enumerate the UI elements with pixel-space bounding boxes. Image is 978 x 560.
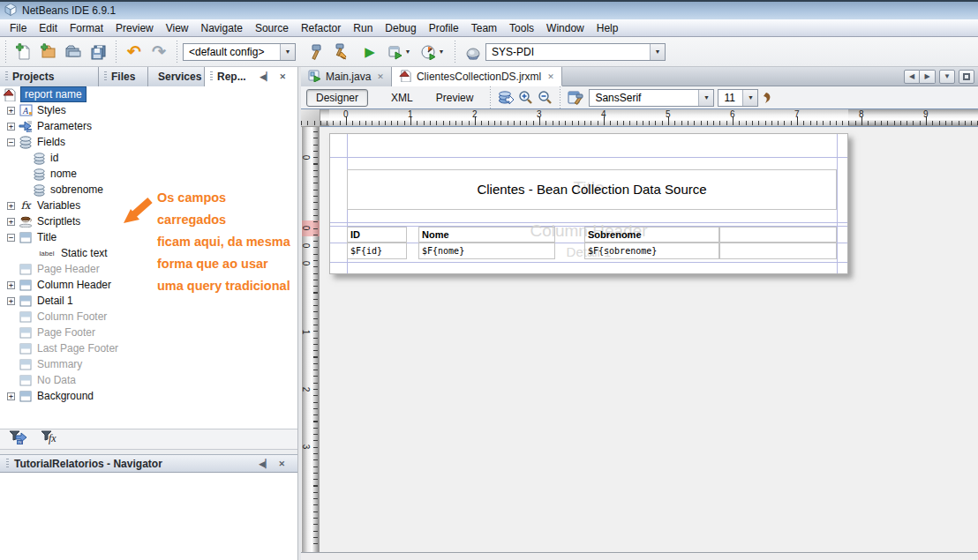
filter-variables-button[interactable]: fx	[41, 430, 60, 448]
menu-preview[interactable]: Preview	[109, 20, 160, 36]
tree-item-field-id[interactable]: id	[0, 150, 297, 166]
column-header-nome[interactable]: Nome	[418, 227, 555, 243]
column-header-empty[interactable]	[719, 227, 837, 243]
field-nome-element[interactable]: $F{nome}	[418, 243, 555, 259]
clean-build-icon	[330, 43, 348, 61]
top-margin-guide	[330, 157, 847, 158]
close-panel-icon[interactable]: ✕	[279, 72, 286, 81]
band-icon	[19, 357, 33, 371]
preview-datasource-button[interactable]	[497, 89, 515, 107]
designer-view-button[interactable]: Designer	[306, 89, 368, 107]
tab-services[interactable]: Services	[148, 67, 205, 86]
menu-help[interactable]: Help	[591, 20, 625, 36]
scroll-tabs-left-button[interactable]: ◀	[904, 70, 920, 84]
menu-view[interactable]: View	[160, 20, 195, 36]
menu-navigate[interactable]: Navigate	[195, 20, 249, 36]
expand-icon[interactable]: +	[7, 297, 15, 305]
close-tab-icon[interactable]: ✕	[377, 72, 384, 81]
tree-item-background[interactable]: + Background	[0, 388, 297, 404]
collapse-icon[interactable]: −	[7, 234, 15, 242]
new-file-button[interactable]	[12, 41, 35, 63]
expand-icon[interactable]: +	[7, 123, 15, 131]
field-id-element[interactable]: $F{id}	[347, 243, 407, 259]
undo-button[interactable]: ↶	[123, 41, 146, 63]
menu-tools[interactable]: Tools	[503, 20, 540, 36]
tree-item-last-page-footer[interactable]: Last Page Footer	[0, 340, 297, 356]
report-wizard-button[interactable]	[567, 89, 584, 107]
profile-project-button[interactable]: ▼	[417, 41, 448, 63]
zoom-out-button[interactable]	[536, 89, 553, 107]
expand-icon[interactable]: +	[7, 281, 15, 289]
scroll-tabs-right-button[interactable]: ▶	[920, 70, 936, 84]
menu-profile[interactable]: Profile	[423, 20, 465, 36]
band-icon	[19, 341, 33, 355]
tab-files[interactable]: Files	[99, 67, 148, 86]
database-icon	[32, 151, 46, 165]
close-tab-icon[interactable]: ✕	[547, 72, 554, 81]
tab-report-inspector[interactable]: Rep... ◀▏ ✕	[205, 67, 297, 86]
report-name-label[interactable]: report name	[21, 87, 86, 101]
minimize-panel-icon[interactable]: ◀▏	[260, 459, 272, 468]
minimize-panel-icon[interactable]: ◀▏	[260, 72, 273, 81]
datasource-select[interactable]: SYS-PDI ▼	[485, 43, 666, 61]
tree-item-no-data[interactable]: No Data	[0, 372, 297, 388]
style-glyph-icon[interactable]	[759, 89, 777, 107]
window-title: NetBeans IDE 6.9.1	[22, 4, 116, 17]
tab-projects[interactable]: Projects	[0, 67, 99, 86]
xml-view-button[interactable]: XML	[391, 92, 413, 104]
report-page[interactable]: Title Column Header Detail 1 Clientes - …	[329, 133, 848, 274]
tree-item-fields[interactable]: − Fields	[0, 134, 297, 150]
column-header-id[interactable]: ID	[347, 227, 407, 243]
save-all-button[interactable]	[87, 41, 109, 63]
redo-icon: ↷	[152, 41, 166, 62]
run-icon: ▶	[365, 44, 375, 60]
tree-item-report[interactable]: report name	[0, 86, 297, 102]
maximize-editor-button[interactable]	[959, 70, 974, 84]
band-divider[interactable]	[330, 262, 847, 263]
clean-build-button[interactable]	[327, 41, 350, 63]
menu-run[interactable]: Run	[347, 20, 379, 36]
tree-item-styles[interactable]: + A Styles	[0, 102, 297, 118]
tab-main-java[interactable]: Main.java ✕	[301, 67, 392, 86]
tree-item-field-nome[interactable]: nome	[0, 166, 297, 182]
report-title-element[interactable]: Clientes - Bean Collection Data Source	[347, 169, 837, 210]
open-project-button[interactable]	[62, 41, 85, 63]
menu-format[interactable]: Format	[64, 20, 109, 36]
menu-team[interactable]: Team	[465, 20, 503, 36]
expand-icon[interactable]: +	[7, 202, 15, 210]
menu-refactor[interactable]: Refactor	[295, 20, 347, 36]
menu-debug[interactable]: Debug	[379, 20, 422, 36]
field-empty-element[interactable]	[719, 243, 837, 259]
java-class-icon	[308, 69, 321, 85]
expand-icon[interactable]: +	[7, 107, 15, 115]
redo-button[interactable]: ↷	[147, 41, 170, 63]
font-select[interactable]: SansSerif ▼	[589, 89, 714, 107]
new-project-button[interactable]	[37, 41, 60, 63]
field-sobrenome-element[interactable]: $F{sobrenome}	[584, 243, 719, 259]
font-size-select[interactable]: 11 ▼	[718, 89, 758, 107]
menu-edit[interactable]: Edit	[33, 20, 64, 36]
menu-source[interactable]: Source	[249, 20, 295, 36]
close-panel-icon[interactable]: ✕	[278, 459, 285, 468]
tab-list-dropdown-button[interactable]: ▼	[939, 70, 955, 84]
menu-window[interactable]: Window	[540, 20, 591, 36]
tree-item-page-footer[interactable]: Page Footer	[0, 325, 297, 340]
datasource-button[interactable]	[462, 41, 485, 63]
expand-icon[interactable]: +	[7, 392, 15, 400]
run-project-button[interactable]: ▶	[358, 41, 381, 63]
filter-parameters-button[interactable]: IN	[9, 430, 28, 448]
debug-project-button[interactable]: ▼	[383, 41, 415, 63]
tab-clientescollectionds-jrxml[interactable]: ClientesCollectionDS.jrxml ✕	[392, 67, 562, 86]
preview-view-button[interactable]: Preview	[436, 92, 474, 104]
menu-file[interactable]: File	[4, 20, 33, 36]
tree-item-summary[interactable]: Summary	[0, 356, 297, 372]
column-header-sobrenome[interactable]: Sobrenome	[584, 227, 719, 243]
expand-icon[interactable]: +	[7, 218, 15, 226]
config-select[interactable]: <default config> ▼	[183, 43, 296, 61]
zoom-in-button[interactable]	[516, 89, 534, 107]
tree-item-column-footer[interactable]: Column Footer	[0, 309, 297, 325]
build-project-button[interactable]	[303, 41, 326, 63]
collapse-icon[interactable]: −	[7, 138, 15, 146]
chevron-down-icon: ▼	[742, 90, 757, 106]
tree-item-parameters[interactable]: + XM Parameters	[0, 118, 297, 134]
